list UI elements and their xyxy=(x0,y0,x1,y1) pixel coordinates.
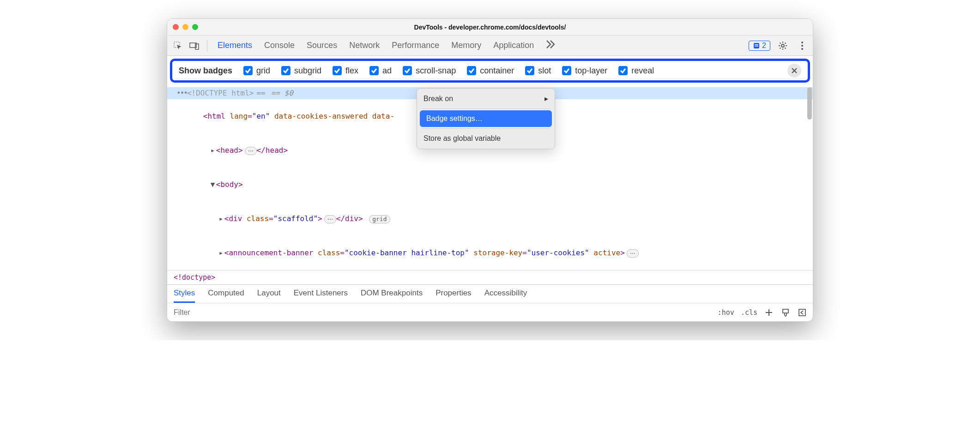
maximize-window-button[interactable] xyxy=(192,24,198,30)
plus-icon[interactable] xyxy=(764,307,774,318)
checkbox-icon xyxy=(281,66,290,75)
styles-filter-input[interactable] xyxy=(167,303,712,321)
dom-line-body[interactable]: ▼<body> xyxy=(167,168,813,202)
svg-point-8 xyxy=(801,45,803,47)
badge-checkbox-scroll-snap[interactable]: scroll-snap xyxy=(403,66,456,76)
device-toolbar-icon[interactable] xyxy=(188,39,201,53)
styles-tab-styles[interactable]: Styles xyxy=(174,289,195,303)
context-menu: Break on ▸ Badge settings… Store as glob… xyxy=(417,88,555,149)
svg-point-9 xyxy=(801,48,803,50)
styles-tab-dom-breakpoints[interactable]: DOM Breakpoints xyxy=(361,289,423,303)
issues-badge[interactable]: 2 xyxy=(749,41,770,51)
dom-line-announcement[interactable]: ▸<announcement-banner class="cookie-bann… xyxy=(167,236,813,270)
more-tabs-icon[interactable] xyxy=(546,40,556,51)
chevron-right-icon: ▸ xyxy=(544,93,548,104)
svg-rect-4 xyxy=(755,44,758,45)
tab-sources[interactable]: Sources xyxy=(307,41,337,50)
checkbox-icon xyxy=(525,66,534,75)
styles-tab-properties[interactable]: Properties xyxy=(436,289,471,303)
breadcrumb[interactable]: <!doctype> xyxy=(167,270,813,284)
show-badges-bar: Show badges grid subgrid flex ad scroll-… xyxy=(170,59,810,83)
devtools-window: DevTools - developer.chrome.com/docs/dev… xyxy=(167,18,813,322)
paintbrush-icon[interactable] xyxy=(780,307,791,318)
badge-checkbox-subgrid[interactable]: subgrid xyxy=(281,66,321,76)
context-menu-separator xyxy=(422,128,550,129)
dom-scrollbar[interactable] xyxy=(807,87,812,268)
ellipsis-icon[interactable]: ⋯ xyxy=(245,147,257,155)
checkbox-icon xyxy=(403,66,412,75)
svg-rect-11 xyxy=(799,309,805,316)
svg-point-6 xyxy=(781,44,784,47)
context-menu-break-on[interactable]: Break on ▸ xyxy=(417,90,555,107)
context-menu-store-global[interactable]: Store as global variable xyxy=(417,130,555,147)
cls-button[interactable]: .cls xyxy=(741,308,757,317)
badge-checkbox-flex[interactable]: flex xyxy=(333,66,358,76)
tab-elements[interactable]: Elements xyxy=(218,41,252,50)
inspect-element-icon[interactable] xyxy=(171,39,185,53)
checkbox-icon xyxy=(618,66,628,75)
styles-tab-layout[interactable]: Layout xyxy=(257,289,281,303)
context-menu-badge-settings[interactable]: Badge settings… xyxy=(420,110,552,127)
svg-rect-5 xyxy=(755,46,758,47)
toolbar-divider xyxy=(207,40,207,52)
dom-tree[interactable]: •••<!DOCTYPE html>==== $0 <html lang="en… xyxy=(167,85,813,270)
minimize-window-button[interactable] xyxy=(182,24,188,30)
badge-checkbox-container[interactable]: container xyxy=(467,66,514,76)
badge-checkbox-grid[interactable]: grid xyxy=(243,66,270,76)
hov-button[interactable]: :hov xyxy=(718,308,734,317)
close-badges-bar-button[interactable] xyxy=(787,64,801,78)
settings-icon[interactable] xyxy=(776,39,790,53)
ellipsis-icon[interactable]: ⋯ xyxy=(324,215,336,223)
traffic-lights xyxy=(173,24,198,30)
styles-tab-accessibility[interactable]: Accessibility xyxy=(484,289,527,303)
svg-point-7 xyxy=(801,42,803,43)
main-toolbar: Elements Console Sources Network Perform… xyxy=(167,36,813,56)
dom-line-div[interactable]: ▸<div class="scaffold">⋯</div> grid xyxy=(167,202,813,236)
checkbox-icon xyxy=(467,66,476,75)
svg-rect-2 xyxy=(195,44,199,49)
badge-checkbox-top-layer[interactable]: top-layer xyxy=(562,66,607,76)
computed-panel-icon[interactable] xyxy=(797,307,807,318)
toolbar-right: 2 xyxy=(749,39,809,53)
checkbox-icon xyxy=(562,66,571,75)
tab-network[interactable]: Network xyxy=(349,41,380,50)
badge-checkbox-ad[interactable]: ad xyxy=(369,66,392,76)
titlebar: DevTools - developer.chrome.com/docs/dev… xyxy=(167,19,813,36)
show-badges-label: Show badges xyxy=(179,66,232,76)
styles-filter-row: :hov .cls xyxy=(167,303,813,321)
styles-tab-event-listeners[interactable]: Event Listeners xyxy=(294,289,348,303)
close-window-button[interactable] xyxy=(173,24,179,30)
checkbox-icon xyxy=(369,66,379,75)
ellipsis-icon[interactable]: ⋯ xyxy=(627,249,639,258)
context-menu-separator xyxy=(422,108,550,109)
tab-performance[interactable]: Performance xyxy=(392,41,439,50)
more-menu-icon[interactable] xyxy=(795,39,809,53)
issues-count: 2 xyxy=(762,42,766,50)
tab-console[interactable]: Console xyxy=(264,41,295,50)
tab-memory[interactable]: Memory xyxy=(451,41,481,50)
checkbox-icon xyxy=(333,66,342,75)
svg-rect-10 xyxy=(783,309,788,313)
badge-checkbox-reveal[interactable]: reveal xyxy=(618,66,654,76)
styles-tabs: Styles Computed Layout Event Listeners D… xyxy=(167,284,813,303)
grid-badge[interactable]: grid xyxy=(369,215,390,223)
tab-application[interactable]: Application xyxy=(493,41,534,50)
badge-checkbox-slot[interactable]: slot xyxy=(525,66,551,76)
panel-tabs: Elements Console Sources Network Perform… xyxy=(213,40,746,51)
styles-filter-actions: :hov .cls xyxy=(712,307,813,318)
styles-tab-computed[interactable]: Computed xyxy=(208,289,244,303)
window-title: DevTools - developer.chrome.com/docs/dev… xyxy=(414,24,566,31)
checkbox-icon xyxy=(243,66,253,75)
